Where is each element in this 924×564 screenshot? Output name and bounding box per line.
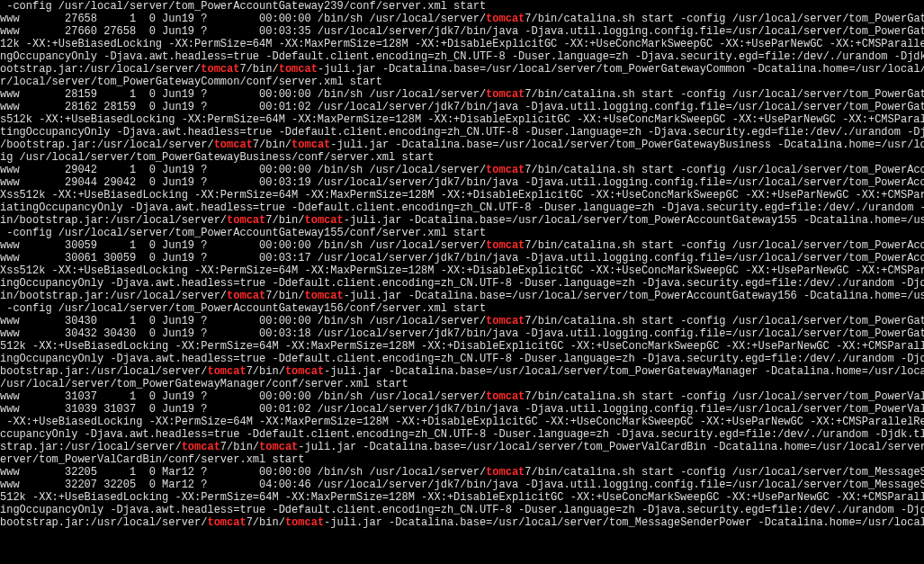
terminal-line: in/bootstrap.jar:/usr/local/server/tomca… [0, 214, 924, 227]
terminal-line: ingOccupancyOnly -Djava.awt.headless=tru… [0, 353, 924, 365]
terminal-line: ingOccupancyOnly -Djava.awt.headless=tru… [0, 504, 924, 516]
terminal-line: in/bootstrap.jar:/usr/local/server/tomca… [0, 290, 924, 302]
highlight-token: tomcat [304, 214, 343, 227]
highlight-token: tomcat [486, 164, 525, 176]
highlight-token: tomcat [486, 466, 525, 479]
highlight-token: tomcat [285, 516, 324, 529]
terminal-line: ingOccupancyOnly -Djava.awt.headless=tru… [0, 277, 924, 290]
terminal-line: ig /usr/local/server/tom_PowerGatewayBus… [0, 151, 924, 164]
terminal-line: www 27658 1 0 Jun19 ? 00:00:00 /bin/sh /… [0, 13, 924, 25]
highlight-token: tomcat [292, 139, 330, 151]
highlight-token: tomcat [207, 365, 246, 378]
highlight-token: tomcat [486, 315, 525, 327]
terminal-line: Xss512k -XX:+UseBiasedLocking -XX:PermSi… [0, 264, 924, 277]
terminal-line: s512k -XX:+UseBiasedLocking -XX:PermSize… [0, 113, 924, 126]
terminal-line: -config /usr/local/server/tom_PowerAccou… [0, 0, 924, 13]
terminal-line: bootstrap.jar:/usr/local/server/tomcat7/… [0, 365, 924, 378]
highlight-token: tomcat [214, 139, 253, 151]
terminal-line: r/local/server/tom_PowerGatewayCommon/co… [0, 76, 924, 88]
terminal-line: www 30432 30430 0 Jun19 ? 00:03:18 /usr/… [0, 327, 924, 340]
terminal-line: www 29042 1 0 Jun19 ? 00:00:00 /bin/sh /… [0, 164, 924, 176]
terminal-line: -config /usr/local/server/tom_PowerAccou… [0, 302, 924, 315]
highlight-token: tomcat [486, 239, 525, 252]
terminal-line: www 29044 29042 0 Jun19 ? 00:03:19 /usr/… [0, 176, 924, 189]
highlight-token: tomcat [486, 390, 525, 403]
terminal-line: www 32207 32205 0 Mar12 ? 04:00:46 /usr/… [0, 479, 924, 491]
terminal-line: www 28162 28159 0 Jun19 ? 00:01:02 /usr/… [0, 101, 924, 113]
highlight-token: tomcat [486, 88, 525, 101]
highlight-token: tomcat [259, 441, 298, 453]
highlight-token: tomcat [182, 441, 220, 453]
terminal-line: erver/tom_PowerValCardBin/conf/server.xm… [0, 453, 924, 466]
terminal-line: 512k -XX:+UseBiasedLocking -XX:PermSize=… [0, 491, 924, 504]
highlight-token: tomcat [486, 13, 525, 25]
terminal-line: tingOccupancyOnly -Djava.awt.headless=tr… [0, 126, 924, 139]
terminal-line: -config /usr/local/server/tom_PowerAccou… [0, 227, 924, 239]
terminal-line: Xss512k -XX:+UseBiasedLocking -XX:PermSi… [0, 189, 924, 201]
highlight-token: tomcat [304, 290, 343, 302]
terminal-line: bootstrap.jar:/usr/local/server/tomcat7/… [0, 516, 924, 529]
terminal-line: www 30059 1 0 Jun19 ? 00:00:00 /bin/sh /… [0, 239, 924, 252]
terminal-line: ccupancyOnly -Djava.awt.headless=true -D… [0, 428, 924, 441]
highlight-token: tomcat [227, 290, 265, 302]
terminal-line: -XX:+UseBiasedLocking -XX:PermSize=64M -… [0, 416, 924, 428]
terminal-output[interactable]: -config /usr/local/server/tom_PowerAccou… [0, 0, 924, 529]
terminal-line: 512k -XX:+UseBiasedLocking -XX:PermSize=… [0, 340, 924, 353]
terminal-line: iatingOccupancyOnly -Djava.awt.headless=… [0, 201, 924, 214]
highlight-token: tomcat [279, 63, 318, 76]
terminal-line: 12k -XX:+UseBiasedLocking -XX:PermSize=6… [0, 38, 924, 50]
terminal-line: strap.jar:/usr/local/server/tomcat7/bin/… [0, 441, 924, 453]
highlight-token: tomcat [285, 365, 324, 378]
terminal-line: www 31039 31037 0 Jun19 ? 00:01:02 /usr/… [0, 403, 924, 416]
terminal-line: ootstrap.jar:/usr/local/server/tomcat7/b… [0, 63, 924, 76]
terminal-line: ngOccupancyOnly -Djava.awt.headless=true… [0, 50, 924, 63]
terminal-line: www 28159 1 0 Jun19 ? 00:00:00 /bin/sh /… [0, 88, 924, 101]
highlight-token: tomcat [207, 516, 246, 529]
terminal-line: /usr/local/server/tom_PowerGatewayManage… [0, 378, 924, 390]
terminal-line: www 30430 1 0 Jun19 ? 00:00:00 /bin/sh /… [0, 315, 924, 327]
terminal-line: www 32205 1 0 Mar12 ? 00:00:00 /bin/sh /… [0, 466, 924, 479]
terminal-line: www 27660 27658 0 Jun19 ? 00:03:35 /usr/… [0, 25, 924, 38]
terminal-line: www 31037 1 0 Jun19 ? 00:00:00 /bin/sh /… [0, 390, 924, 403]
highlight-token: tomcat [201, 63, 239, 76]
terminal-line: www 30061 30059 0 Jun19 ? 00:03:17 /usr/… [0, 252, 924, 264]
highlight-token: tomcat [227, 214, 265, 227]
terminal-line: /bootstrap.jar:/usr/local/server/tomcat7… [0, 139, 924, 151]
